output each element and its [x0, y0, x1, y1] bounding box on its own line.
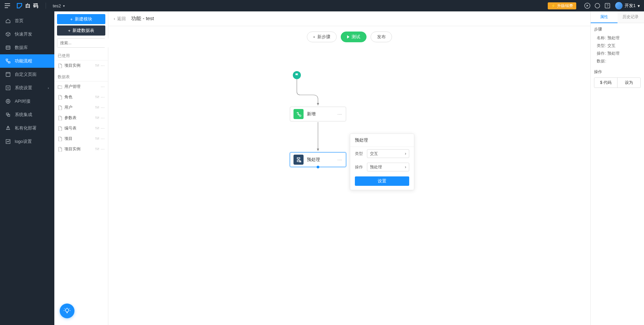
tree-item[interactable]: 项目实例⋯ — [54, 144, 108, 154]
nav-label: logo设置 — [15, 139, 32, 145]
settings-icon[interactable] — [95, 137, 99, 141]
prop-data-label: 数据 — [597, 58, 606, 64]
new-step-button[interactable]: + 新步骤 — [307, 32, 336, 42]
brand-text: 白 码 — [25, 3, 39, 9]
nav-label: 系统集成 — [15, 112, 32, 118]
nav-item-flow[interactable]: 功能流程 — [0, 54, 54, 68]
back-button[interactable]: ‹ 返回 — [114, 16, 126, 22]
tree-item[interactable]: 用户⋯ — [54, 102, 108, 113]
svg-point-9 — [7, 87, 9, 89]
start-node[interactable] — [293, 71, 301, 79]
tree-group[interactable]: 用户管理⋯ — [54, 82, 108, 92]
home-icon — [5, 18, 11, 23]
tree-item[interactable]: 项目实例⋯ — [54, 60, 108, 71]
popover-type-select[interactable]: 交互 › — [367, 149, 409, 158]
svg-point-20 — [97, 97, 98, 98]
code-button[interactable]: $ 代码 — [594, 78, 618, 88]
nav-label: 功能流程 — [15, 58, 32, 64]
node-add-icon — [293, 109, 304, 119]
tree-item-label: 项目 — [64, 136, 93, 142]
more-icon[interactable]: ⋯ — [101, 95, 105, 100]
tab-history[interactable]: 历史记录 — [618, 11, 644, 23]
user-menu[interactable]: 开发1 ▾ — [615, 2, 640, 9]
tree-item-label: 项目实例 — [64, 146, 93, 152]
test-button[interactable]: 测试 — [341, 32, 367, 42]
more-icon[interactable]: ⋯ — [101, 116, 105, 120]
node-add-label: 新增 — [307, 111, 334, 117]
flow-node-preprocess[interactable]: </> 预处理 ⋮ — [290, 152, 346, 167]
nav-item-api[interactable]: API对接 — [0, 95, 54, 108]
node-preprocess-label: 预处理 — [307, 157, 334, 163]
settings-icon[interactable] — [95, 126, 99, 131]
popover-config-button[interactable]: 设置 — [355, 176, 409, 186]
svg-point-37 — [65, 309, 69, 312]
app-selector[interactable]: tes2 ▾ — [53, 3, 65, 8]
search-input[interactable] — [57, 39, 113, 47]
flow-canvas[interactable]: + 新步骤 测试 发布 — [108, 26, 590, 325]
nav-item-home[interactable]: 首页 — [0, 14, 54, 28]
nav-item-integrate[interactable]: 系统集成 — [0, 108, 54, 121]
nav-label: 系统设置 — [15, 85, 32, 91]
panel-step-header: 步骤 — [594, 26, 641, 32]
hint-fab[interactable] — [60, 304, 74, 318]
folder-icon — [58, 85, 62, 89]
theme-button[interactable] — [592, 3, 602, 8]
tree-item[interactable]: 项目⋯ — [54, 133, 108, 144]
play-icon — [347, 35, 350, 39]
menu-toggle[interactable] — [4, 2, 11, 9]
prop-action-value: 预处理 — [607, 51, 620, 56]
svg-point-21 — [98, 96, 99, 97]
nav-item-settings[interactable]: 系统设置› — [0, 81, 54, 95]
new-table-button[interactable]: + 新建数据表 — [57, 25, 105, 36]
nav-item-db[interactable]: 数据库 — [0, 41, 54, 54]
flow-icon — [5, 58, 11, 64]
more-icon[interactable]: ⋯ — [101, 85, 105, 89]
more-icon[interactable]: ⋯ — [101, 126, 105, 131]
caret-down-icon: ▾ — [63, 4, 65, 8]
chevron-left-icon: ‹ — [114, 16, 115, 21]
file-icon — [58, 126, 62, 131]
svg-point-31 — [96, 137, 97, 138]
tree-item[interactable]: 参数表⋯ — [54, 113, 108, 123]
prop-name-value: 预处理 — [607, 35, 620, 41]
file-icon — [58, 105, 62, 110]
nav-item-deploy[interactable]: 私有化部署 — [0, 121, 54, 135]
node-port[interactable] — [317, 166, 319, 168]
svg-rect-7 — [6, 72, 10, 76]
node-more-button[interactable]: ⋮ — [337, 158, 342, 162]
node-config-popover: 预处理 类型 交互 › 操作 预处理 › 设置 — [350, 133, 414, 190]
svg-point-33 — [98, 138, 99, 139]
popover-action-select[interactable]: 预处理 › — [367, 163, 409, 171]
flow-node-add[interactable]: 新增 ⋮ — [290, 107, 346, 121]
tree-item[interactable]: 编号表⋯ — [54, 123, 108, 133]
setas-button[interactable]: 设为 — [618, 78, 640, 88]
node-more-button[interactable]: ⋮ — [337, 112, 342, 116]
nav-item-logo[interactable]: logo设置 — [0, 135, 54, 148]
more-icon[interactable]: ⋯ — [101, 105, 105, 110]
api-icon — [5, 99, 11, 104]
help-button[interactable]: ? — [602, 3, 612, 8]
more-icon[interactable]: ⋯ — [101, 63, 105, 68]
upgrade-button[interactable]: ⚡ 升级/续费 — [548, 2, 576, 9]
logo-icon — [16, 2, 23, 9]
box-icon — [5, 32, 11, 37]
tree-item[interactable]: 角色⋯ — [54, 92, 108, 102]
nav-item-page[interactable]: 自定义页面 — [0, 68, 54, 81]
deploy-icon — [5, 125, 11, 131]
new-module-button[interactable]: + 新建模块 — [57, 14, 105, 24]
settings-icon[interactable] — [95, 147, 99, 152]
publish-button[interactable]: 发布 — [371, 32, 392, 42]
settings-icon[interactable] — [95, 63, 99, 68]
file-icon — [58, 63, 62, 68]
settings-icon[interactable] — [95, 105, 99, 110]
nav-item-box[interactable]: 快速开发 — [0, 28, 54, 41]
settings-icon[interactable] — [95, 116, 99, 120]
play-button[interactable] — [582, 3, 592, 9]
tab-attributes[interactable]: 属性 — [591, 11, 618, 23]
settings-icon[interactable] — [95, 95, 99, 100]
more-icon[interactable]: ⋯ — [101, 147, 105, 152]
more-icon[interactable]: ⋯ — [101, 137, 105, 141]
node-preprocess-icon: </> — [293, 155, 304, 165]
prop-type-label: 类型 — [597, 43, 606, 49]
svg-point-29 — [97, 128, 98, 129]
